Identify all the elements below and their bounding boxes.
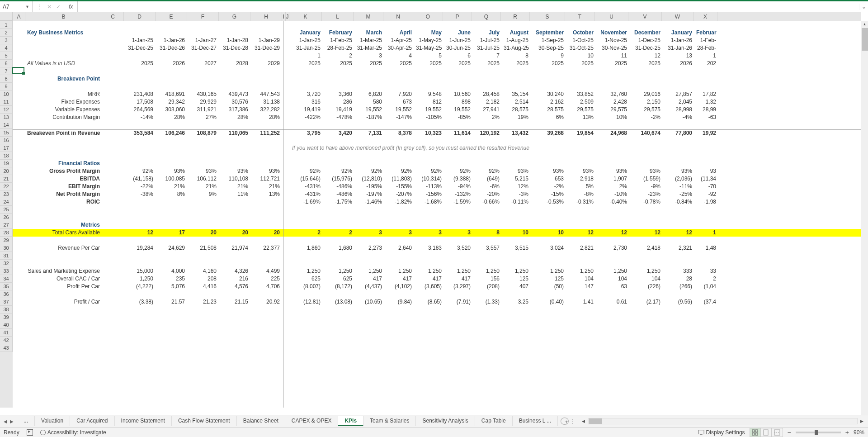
cell[interactable]: 1,250 [531, 267, 566, 275]
cell[interactable]: May [414, 29, 444, 37]
cell[interactable]: 625 [323, 275, 354, 283]
cell[interactable] [102, 290, 124, 298]
cell[interactable] [444, 337, 473, 344]
cell[interactable] [156, 29, 187, 37]
cell[interactable] [694, 21, 718, 29]
cell[interactable]: 22,377 [250, 244, 282, 252]
cell[interactable]: 93% [596, 167, 629, 175]
cell[interactable]: -431% [290, 190, 323, 198]
cell[interactable]: 8 [473, 229, 502, 237]
cell[interactable]: 12 [566, 229, 596, 237]
cell[interactable]: 1,680 [323, 244, 354, 252]
cell[interactable] [290, 252, 323, 260]
cell[interactable]: 20 [187, 229, 219, 237]
cell[interactable] [102, 144, 124, 152]
cell[interactable] [286, 144, 290, 152]
cell[interactable] [219, 52, 250, 60]
cell[interactable] [629, 221, 663, 229]
cell[interactable] [354, 137, 384, 144]
cell[interactable]: 1-Apr-25 [384, 37, 414, 44]
cell[interactable] [414, 321, 444, 329]
cell[interactable]: 8 [502, 52, 531, 60]
history-icon[interactable]: ⋮ [37, 4, 42, 10]
cell[interactable] [250, 237, 282, 244]
cell[interactable] [250, 329, 282, 337]
cell[interactable]: -3% [502, 190, 531, 198]
cell[interactable] [566, 21, 596, 29]
cell[interactable]: -11% [663, 183, 694, 190]
cell[interactable] [156, 67, 187, 75]
cell[interactable] [354, 152, 384, 160]
cell[interactable]: -1.46% [354, 198, 384, 206]
cell[interactable]: 3,515 [502, 244, 531, 252]
cell[interactable]: 673 [384, 98, 414, 106]
cell[interactable]: -1.68% [414, 198, 444, 206]
cell[interactable]: 2026 [156, 60, 187, 67]
cell[interactable] [354, 121, 384, 129]
cell[interactable] [531, 83, 566, 90]
cell[interactable] [102, 321, 124, 329]
cell[interactable]: -197% [354, 190, 384, 198]
cell[interactable] [694, 221, 718, 229]
cell[interactable] [384, 329, 414, 337]
cell[interactable] [250, 306, 282, 314]
name-box[interactable]: A7 ▼ [0, 1, 33, 12]
cell[interactable]: 12 [596, 229, 629, 237]
cell[interactable]: 303,060 [156, 106, 187, 114]
cell[interactable]: 125 [531, 275, 566, 283]
cell[interactable] [502, 83, 531, 90]
cell[interactable] [13, 206, 25, 214]
cell[interactable]: -0.53% [531, 198, 566, 206]
cell[interactable] [444, 137, 473, 144]
cell[interactable] [629, 290, 663, 298]
row-header[interactable]: 41 [0, 329, 13, 337]
cell[interactable] [13, 344, 25, 352]
cell[interactable] [102, 83, 124, 90]
cell[interactable] [414, 252, 444, 260]
cell[interactable]: -15% [531, 190, 566, 198]
cell[interactable] [566, 344, 596, 352]
cell[interactable] [250, 152, 282, 160]
cell[interactable] [444, 260, 473, 267]
cell[interactable]: (11,34 [694, 175, 718, 183]
cell[interactable] [414, 344, 444, 352]
cell[interactable]: -2% [531, 183, 566, 190]
cell[interactable]: 2025 [629, 60, 663, 67]
cell[interactable] [384, 152, 414, 160]
cell[interactable]: 2% [596, 183, 629, 190]
cell[interactable]: 20.92 [250, 298, 282, 306]
column-header[interactable]: W [662, 12, 693, 21]
cell[interactable]: (3.38) [124, 298, 156, 306]
cell[interactable]: 29,016 [629, 90, 663, 98]
cell[interactable] [25, 314, 102, 321]
cell[interactable] [473, 137, 502, 144]
cell[interactable]: March [354, 29, 384, 37]
formula-bar-expand-icon[interactable]: ⌄ [859, 4, 868, 10]
cell[interactable] [250, 260, 282, 267]
cell[interactable] [444, 21, 473, 29]
cell[interactable]: 2,182 [473, 98, 502, 106]
cell[interactable] [384, 260, 414, 267]
cell[interactable] [566, 290, 596, 298]
cell[interactable]: (226) [629, 283, 663, 290]
cell[interactable] [663, 260, 694, 267]
cell[interactable] [13, 321, 25, 329]
cell[interactable]: 7 [473, 52, 502, 60]
cell[interactable]: (15,646) [290, 175, 323, 183]
cell[interactable]: (266) [663, 283, 694, 290]
cell[interactable] [531, 260, 566, 267]
cell[interactable] [187, 137, 219, 144]
cell[interactable] [124, 337, 156, 344]
scrollbar-thumb[interactable] [862, 28, 868, 51]
cell[interactable] [219, 75, 250, 83]
cell[interactable] [102, 344, 124, 352]
sheet-tab[interactable]: KPIs [338, 416, 363, 426]
column-header[interactable]: V [628, 12, 662, 21]
cell[interactable] [286, 167, 290, 175]
cell[interactable] [354, 83, 384, 90]
cell[interactable] [219, 221, 250, 229]
cell[interactable]: -23% [629, 190, 663, 198]
cell[interactable] [473, 252, 502, 260]
row-header[interactable]: 39 [0, 314, 13, 321]
cell[interactable] [250, 75, 282, 83]
